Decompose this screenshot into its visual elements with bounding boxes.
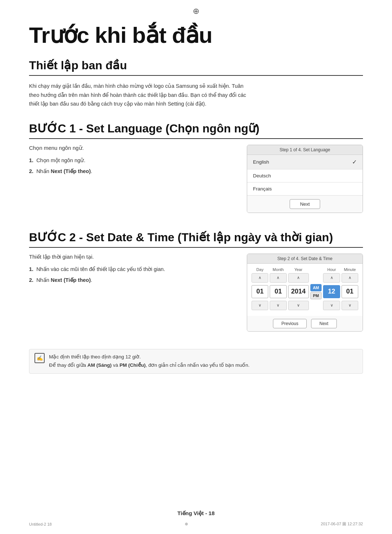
minute-down-arrow[interactable]: ∨ <box>342 301 358 310</box>
note-box: ✍ Mặc định thiết lập theo định dạng 12 g… <box>29 349 363 374</box>
step2-heading: BƯỚC 2 - Set Date & Time (Thiết lập ngày… <box>29 230 363 248</box>
language-label-francais: Français <box>253 186 272 192</box>
note-line2-pre: Để thay đổi giữa <box>49 362 87 368</box>
step2-text-2-suf: . <box>91 277 92 283</box>
intro-paragraph: Khi chạy máy giặt lần đầu, màn hình chào… <box>29 82 247 108</box>
note-pm-bold: PM (Chiều) <box>119 362 146 368</box>
top-compass-icon: ⊕ <box>193 7 199 16</box>
step2-text: Thiết lập thời gian hiện tại. 1. Nhấn và… <box>29 254 235 286</box>
step1-num-2: 2. <box>29 168 33 174</box>
step1-next-button[interactable]: Next <box>290 199 320 209</box>
footer-left-text: Untitled-2 18 <box>29 522 52 526</box>
month-label: Month <box>270 267 286 272</box>
step1-text: Chọn menu ngôn ngữ. 1. Chọn một ngôn ngữ… <box>29 145 235 177</box>
step1-mockup: Step 1 of 4. Set Language English ✓ Deut… <box>247 145 363 213</box>
dt-up-row: ∧ ∧ ∧ ∧ ∧ <box>252 273 358 283</box>
step2-text-2-bold: Next (Tiếp theo) <box>51 277 91 283</box>
hour-up-arrow[interactable]: ∧ <box>323 273 340 283</box>
step1-text-2-bold: Next (Tiếp theo) <box>51 168 91 174</box>
language-label-english: English <box>253 159 269 165</box>
step1-mockup-footer: Next <box>247 196 363 213</box>
step1-instruction-2: 2. Nhấn Next (Tiếp theo). <box>29 167 235 176</box>
minute-up-arrow[interactable]: ∧ <box>342 273 358 283</box>
month-up-arrow[interactable]: ∧ <box>270 273 286 283</box>
pm-button[interactable]: PM <box>310 292 322 299</box>
step1-block: BƯỚC 1 - Set Language (Chọn ngôn ngữ) Ch… <box>29 122 363 213</box>
note-suf: , đơn giản chỉ cần nhấn vào yếu tố bạn m… <box>146 362 249 368</box>
step1-instructions: 1. Chọn một ngôn ngữ. 2. Nhấn Next (Tiếp… <box>29 156 235 176</box>
hour-label: Hour <box>323 267 340 272</box>
dt-down-row: ∨ ∨ ∨ ∨ ∨ <box>252 301 358 310</box>
ampm-column: AM PM <box>310 284 322 299</box>
page-footer-label: Tiếng Việt - 18 <box>0 510 392 517</box>
step1-sublabel: Chọn menu ngôn ngữ. <box>29 145 235 151</box>
step1-text-2-suf: . <box>91 168 92 174</box>
note-mid: và <box>112 362 120 368</box>
step2-instructions: 1. Nhấn vào các mũi tên để thiết lập các… <box>29 264 235 285</box>
step2-text-1: Nhấn vào các mũi tên để thiết lập các yế… <box>36 266 165 272</box>
step2-next-button[interactable]: Next <box>311 319 337 328</box>
step2-mockup-header: Step 2 of 4. Set Date & Time <box>247 254 363 264</box>
language-item-deutsch[interactable]: Deutsch <box>247 169 363 182</box>
minute-value: 01 <box>342 285 358 298</box>
year-down-arrow[interactable]: ∨ <box>288 301 309 310</box>
minute-label: Minute <box>342 267 358 272</box>
year-up-arrow[interactable]: ∧ <box>288 273 309 283</box>
note-line2: Để thay đổi giữa AM (Sáng) và PM (Chiều)… <box>49 361 249 370</box>
month-down-arrow[interactable]: ∨ <box>270 301 286 310</box>
step2-instruction-2: 2. Nhấn Next (Tiếp theo). <box>29 275 235 285</box>
language-list: English ✓ Deutsch Français <box>247 155 363 196</box>
note-icon: ✍ <box>34 353 45 363</box>
page-footer-bottom: Untitled-2 18 ⊕ 2017-06-07 圖 12:27:32 <box>29 521 363 527</box>
day-value: 01 <box>252 285 268 298</box>
step2-mockup-footer: Previous Next <box>247 316 363 331</box>
year-value: 2014 <box>288 285 309 298</box>
month-value: 01 <box>270 285 286 298</box>
section-title: Thiết lập ban đầu <box>29 58 363 76</box>
step2-num-2: 2. <box>29 277 33 283</box>
dt-values-row: 01 01 2014 AM PM 12 01 <box>252 284 358 299</box>
step2-text-2-pre: Nhấn <box>36 277 51 283</box>
hour-value: 12 <box>323 285 340 298</box>
footer-right-text: 2017-06-07 圖 12:27:32 <box>321 521 363 527</box>
datetime-body: Day Month Year Hour Minute ∧ ∧ ∧ ∧ ∧ <box>247 264 363 316</box>
day-down-arrow[interactable]: ∨ <box>252 301 268 310</box>
bottom-compass-icon: ⊕ <box>185 522 188 526</box>
main-title: Trước khi bắt đầu <box>29 22 363 48</box>
note-line1: Mặc định thiết lập theo định dạng 12 giờ… <box>49 353 249 361</box>
am-button[interactable]: AM <box>310 284 322 291</box>
step1-num-1: 1. <box>29 157 33 163</box>
step2-num-1: 1. <box>29 266 33 272</box>
step1-instruction-1: 1. Chọn một ngôn ngữ. <box>29 156 235 165</box>
language-item-english[interactable]: English ✓ <box>247 155 363 169</box>
step2-instruction-1: 1. Nhấn vào các mũi tên để thiết lập các… <box>29 264 235 274</box>
language-item-francais[interactable]: Français <box>247 182 363 196</box>
step1-text-1: Chọn một ngôn ngữ. <box>36 157 85 163</box>
day-up-arrow[interactable]: ∧ <box>252 273 268 283</box>
step2-previous-button[interactable]: Previous <box>273 319 307 328</box>
language-label-deutsch: Deutsch <box>253 173 271 178</box>
step1-mockup-header: Step 1 of 4. Set Language <box>247 145 363 155</box>
dt-labels-row: Day Month Year Hour Minute <box>252 267 358 272</box>
step1-text-2-pre: Nhấn <box>36 168 51 174</box>
step2-block: BƯỚC 2 - Set Date & Time (Thiết lập ngày… <box>29 230 363 332</box>
check-icon: ✓ <box>352 159 357 165</box>
hour-down-arrow[interactable]: ∨ <box>323 301 340 310</box>
step2-mockup: Step 2 of 4. Set Date & Time Day Month Y… <box>247 254 363 332</box>
day-label: Day <box>252 267 268 272</box>
step2-sublabel: Thiết lập thời gian hiện tại. <box>29 254 235 260</box>
step1-heading: BƯỚC 1 - Set Language (Chọn ngôn ngữ) <box>29 122 363 139</box>
note-am-bold: AM (Sáng) <box>87 362 112 368</box>
year-label: Year <box>288 267 309 272</box>
note-text-block: Mặc định thiết lập theo định dạng 12 giờ… <box>49 353 249 370</box>
